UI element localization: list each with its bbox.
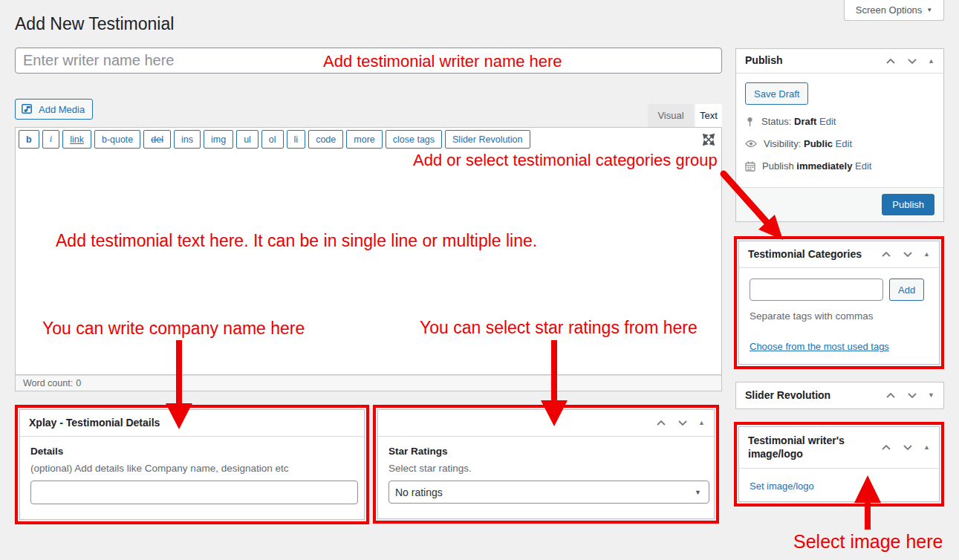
visibility-label: Visibility:	[764, 138, 801, 149]
qt-bquote-button[interactable]: b-quote	[94, 130, 140, 149]
details-annotation-box: Xplay - Testimonial Details Details (opt…	[15, 405, 369, 524]
move-up-icon[interactable]	[880, 250, 892, 258]
visibility-eye-icon	[745, 140, 757, 148]
quicktags-toolbar: b i link b-quote del ins img ul ol li co…	[16, 128, 721, 151]
qt-code-button[interactable]: code	[308, 130, 343, 149]
tab-visual[interactable]: Visual	[648, 104, 694, 127]
screen-options-label: Screen Options	[856, 4, 923, 16]
annotation-testimonial-text: Add testimonial text here. It can be in …	[56, 231, 537, 251]
toggle-panel-icon[interactable]: ▼	[928, 392, 934, 399]
ratings-selected-option: No ratings	[395, 486, 443, 498]
schedule-value: immediately	[796, 160, 852, 172]
publish-header[interactable]: Publish ▲	[736, 49, 943, 74]
toggle-panel-icon[interactable]: ▲	[923, 444, 930, 451]
ratings-select[interactable]: No ratings ▼	[389, 481, 709, 504]
status-row: Status: Draft Edit	[745, 116, 934, 127]
writer-image-title: Testimonial writer's image/logo	[748, 434, 859, 460]
star-ratings-hint: Select star ratings.	[389, 463, 703, 474]
categories-annotation-box: Testimonial Categories ▲ Add Separate ta…	[734, 236, 944, 369]
qt-link-button[interactable]: link	[62, 130, 91, 149]
qt-italic-button[interactable]: i	[42, 130, 59, 149]
star-ratings-panel: ▲ Star Ratings Select star ratings. No r…	[377, 409, 715, 519]
slider-revolution-panel: Slider Revolution ▼	[735, 382, 944, 409]
publish-button[interactable]: Publish	[882, 194, 934, 215]
annotation-star-ratings: You can select star ratings from here	[420, 318, 698, 338]
add-category-input[interactable]	[750, 279, 883, 301]
qt-ul-button[interactable]: ul	[236, 130, 259, 149]
chevron-down-icon: ▼	[926, 7, 932, 13]
toggle-panel-icon[interactable]: ▲	[923, 251, 930, 258]
publishing-actions: Publish	[736, 187, 943, 221]
schedule-label: Publish	[762, 160, 794, 172]
publish-title: Publish	[745, 54, 783, 68]
move-down-icon[interactable]	[902, 443, 914, 452]
details-label: Details	[30, 446, 354, 457]
move-down-icon[interactable]	[677, 419, 689, 427]
add-new-testimonial-page: Screen Options ▼ Add New Testimonial Add…	[0, 0, 959, 560]
qt-bold-button[interactable]: b	[19, 130, 39, 149]
word-count-value: 0	[76, 378, 81, 388]
page-title: Add New Testimonial	[15, 14, 174, 34]
qt-del-button[interactable]: del	[143, 130, 171, 149]
details-hint: (optional) Add details like Company name…	[30, 463, 354, 474]
writer-image-header[interactable]: Testimonial writer's image/logo ▲	[739, 427, 939, 469]
testimonial-categories-panel: Testimonial Categories ▲ Add Separate ta…	[738, 241, 940, 365]
move-down-icon[interactable]	[906, 57, 918, 65]
annotation-writer-name: Add testimonial writer name here	[323, 52, 562, 71]
publish-panel: Publish ▲ Save Draft Status: Draft Edit	[735, 48, 944, 222]
testimonial-details-header[interactable]: Xplay - Testimonial Details	[20, 410, 364, 437]
qt-img-button[interactable]: img	[204, 130, 233, 149]
edit-schedule-link[interactable]: Edit	[855, 160, 871, 172]
status-value: Draft	[794, 116, 816, 127]
add-media-label: Add Media	[39, 104, 85, 115]
move-down-icon[interactable]	[902, 250, 914, 258]
details-input[interactable]	[30, 481, 358, 504]
toggle-panel-icon[interactable]: ▲	[698, 420, 705, 426]
qt-more-button[interactable]: more	[346, 130, 382, 149]
move-down-icon[interactable]	[906, 391, 918, 400]
qt-close-tags-button[interactable]: close tags	[386, 130, 442, 149]
slider-revolution-header[interactable]: Slider Revolution ▼	[736, 382, 943, 408]
chevron-down-icon: ▼	[695, 489, 701, 496]
annotation-select-image: Select image here	[793, 531, 943, 553]
word-count-label: Word count:	[23, 378, 73, 388]
move-up-icon[interactable]	[880, 443, 892, 452]
set-image-logo-link[interactable]: Set image/logo	[750, 481, 814, 492]
add-category-button[interactable]: Add	[889, 279, 924, 301]
slider-revolution-title: Slider Revolution	[745, 389, 830, 403]
move-up-icon[interactable]	[885, 391, 897, 400]
qt-slider-revolution-button[interactable]: Slider Revolution	[445, 130, 530, 149]
tab-text[interactable]: Text	[695, 104, 722, 127]
save-draft-button[interactable]: Save Draft	[745, 82, 808, 105]
testimonial-details-title: Xplay - Testimonial Details	[29, 417, 160, 430]
fullscreen-expand-icon[interactable]	[702, 133, 715, 146]
categories-header[interactable]: Testimonial Categories ▲	[739, 241, 939, 268]
visibility-value: Public	[804, 138, 833, 149]
move-up-icon[interactable]	[885, 57, 897, 65]
schedule-row: Publish immediately Edit	[745, 160, 934, 172]
qt-li-button[interactable]: li	[287, 130, 306, 149]
annotation-company-name: You can write company name here	[42, 319, 305, 339]
qt-ol-button[interactable]: ol	[261, 130, 284, 149]
toggle-panel-icon[interactable]: ▲	[928, 58, 934, 65]
edit-visibility-link[interactable]: Edit	[836, 138, 852, 149]
star-ratings-header[interactable]: ▲	[378, 410, 714, 437]
visibility-row: Visibility: Public Edit	[745, 138, 934, 149]
calendar-icon	[745, 161, 755, 172]
ratings-annotation-box: ▲ Star Ratings Select star ratings. No r…	[373, 405, 719, 524]
screen-options-button[interactable]: Screen Options ▼	[844, 0, 944, 21]
edit-status-link[interactable]: Edit	[819, 116, 836, 127]
media-icon	[22, 104, 34, 114]
status-label: Status:	[761, 116, 791, 127]
writer-image-panel: Testimonial writer's image/logo ▲ Set im…	[738, 426, 940, 502]
move-up-icon[interactable]	[655, 419, 667, 427]
star-ratings-label: Star Ratings	[389, 446, 703, 457]
qt-ins-button[interactable]: ins	[174, 130, 201, 149]
image-annotation-box: Testimonial writer's image/logo ▲ Set im…	[734, 422, 944, 507]
annotation-categories-group: Add or select testimonial categories gro…	[413, 151, 718, 170]
categories-hint: Separate tags with commas	[750, 310, 929, 322]
status-pin-icon	[745, 117, 755, 127]
word-count-bar: Word count: 0	[15, 375, 722, 391]
add-media-button[interactable]: Add Media	[15, 99, 93, 120]
choose-most-used-tags-link[interactable]: Choose from the most used tags	[750, 341, 889, 352]
